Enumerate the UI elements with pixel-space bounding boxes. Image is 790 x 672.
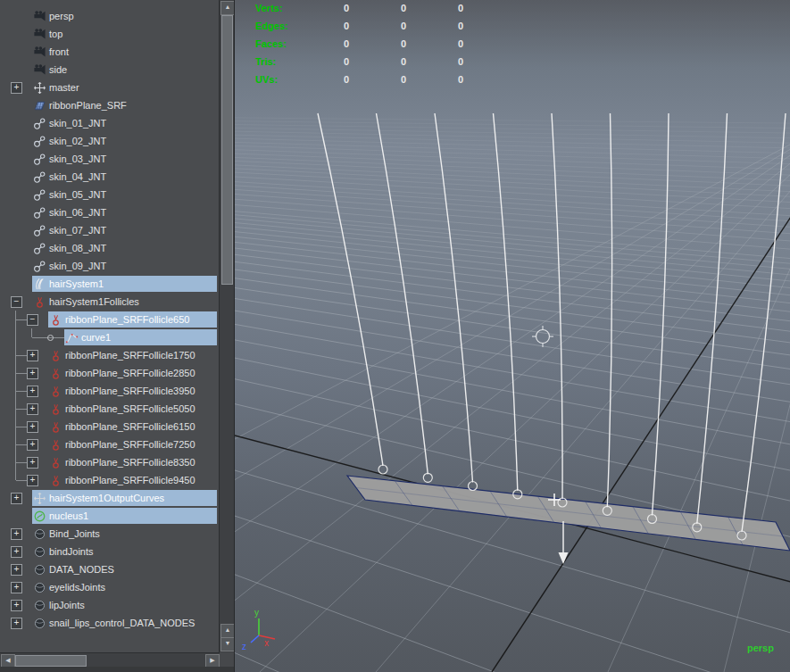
outliner-item-body[interactable]: top — [32, 26, 217, 42]
scroll-up-button[interactable]: ▲ — [220, 1, 234, 15]
outliner-item-ribbonPlane_SRFFollicle2850[interactable]: +ribbonPlane_SRFFollicle2850 — [0, 364, 220, 382]
outliner-item-body[interactable]: skin_08_JNT — [32, 240, 217, 256]
expand-toggle[interactable]: + — [27, 403, 38, 415]
outliner-item-body[interactable]: skin_07_JNT — [32, 222, 217, 238]
scroll-up-button-bottom[interactable]: ▲ — [220, 624, 234, 638]
outliner-item-top[interactable]: top — [0, 25, 220, 43]
outliner-item-skin_08_JNT[interactable]: skin_08_JNT — [0, 239, 220, 257]
outliner-item-body[interactable]: DATA_NODES — [32, 561, 217, 577]
outliner-item-body[interactable]: ribbonPlane_SRFFollicle6150 — [48, 419, 217, 435]
outliner-item-body[interactable]: ribbonPlane_SRF — [32, 97, 217, 113]
viewport-canvas[interactable]: yxz — [235, 0, 790, 672]
outliner-item-body[interactable]: hairSystem1OutputCurves — [32, 490, 217, 506]
outliner-item-body[interactable]: bindJoints — [32, 543, 217, 560]
expand-toggle[interactable]: + — [27, 439, 38, 451]
outliner-item-skin_05_JNT[interactable]: skin_05_JNT — [0, 186, 220, 203]
outliner-item-body[interactable]: hairSystem1 — [32, 276, 217, 292]
expand-toggle[interactable]: + — [27, 457, 38, 469]
outliner-item-body[interactable]: skin_01_JNT — [32, 115, 217, 131]
expand-toggle[interactable]: + — [11, 564, 22, 576]
outliner-item-ribbonPlane_SRFFollicle5050[interactable]: +ribbonPlane_SRFFollicle5050 — [0, 400, 220, 418]
outliner-item-body[interactable]: curve1 — [64, 329, 217, 345]
expand-toggle[interactable]: + — [27, 421, 38, 433]
outliner-item-label: ribbonPlane_SRFFollicle8350 — [65, 457, 195, 468]
outliner-item-ribbonPlane_SRF[interactable]: ribbonPlane_SRF — [0, 96, 220, 114]
expand-toggle[interactable]: + — [11, 528, 22, 540]
outliner-item-Bind_Joints[interactable]: +Bind_Joints — [0, 525, 220, 543]
outliner-item-skin_06_JNT[interactable]: skin_06_JNT — [0, 203, 220, 221]
outliner-item-skin_01_JNT[interactable]: skin_01_JNT — [0, 114, 220, 132]
outliner-item-body[interactable]: skin_06_JNT — [32, 204, 217, 220]
outliner-item-hairSystem1[interactable]: hairSystem1 — [0, 275, 220, 293]
outliner-tree[interactable]: persptopfrontside+masterribbonPlane_SRFs… — [0, 0, 220, 651]
outliner-item-skin_09_JNT[interactable]: skin_09_JNT — [0, 257, 220, 275]
outliner-item-ribbonPlane_SRFFollicle1750[interactable]: +ribbonPlane_SRFFollicle1750 — [0, 346, 220, 364]
expand-toggle[interactable]: + — [11, 582, 22, 593]
expand-toggle[interactable]: + — [11, 546, 22, 558]
outliner-item-skin_02_JNT[interactable]: skin_02_JNT — [0, 132, 220, 150]
outliner-item-skin_07_JNT[interactable]: skin_07_JNT — [0, 221, 220, 239]
outliner-item-ribbonPlane_SRFFollicle7250[interactable]: +ribbonPlane_SRFFollicle7250 — [0, 436, 220, 453]
outliner-item-eyelidsJoints[interactable]: +eyelidsJoints — [0, 578, 220, 596]
outliner-item-ribbonPlane_SRFFollicle650[interactable]: −ribbonPlane_SRFFollicle650 — [0, 311, 220, 328]
outliner-item-bindJoints[interactable]: +bindJoints — [0, 543, 220, 560]
outliner-item-master[interactable]: +master — [0, 79, 220, 96]
outliner-item-DATA_NODES[interactable]: +DATA_NODES — [0, 560, 220, 578]
expand-toggle[interactable]: + — [11, 618, 22, 629]
vertical-scroll-thumb[interactable] — [221, 15, 233, 285]
outliner-item-hairSystem1OutputCurves[interactable]: +hairSystem1OutputCurves — [0, 489, 220, 507]
outliner-item-body[interactable]: skin_05_JNT — [32, 187, 217, 203]
outliner-item-front[interactable]: front — [0, 43, 220, 61]
outliner-item-body[interactable]: ribbonPlane_SRFFollicle9450 — [48, 472, 217, 488]
expand-toggle[interactable]: + — [27, 386, 38, 397]
horizontal-scroll-thumb[interactable] — [15, 655, 87, 667]
expand-toggle[interactable]: − — [27, 314, 38, 326]
outliner-item-lipJoints[interactable]: +lipJoints — [0, 596, 220, 614]
outliner-item-body[interactable]: ribbonPlane_SRFFollicle1750 — [48, 347, 217, 363]
outliner-item-ribbonPlane_SRFFollicle9450[interactable]: +ribbonPlane_SRFFollicle9450 — [0, 471, 220, 489]
outliner-item-nucleus1[interactable]: nucleus1 — [0, 507, 220, 525]
outliner-item-persp[interactable]: persp — [0, 7, 220, 25]
outliner-item-body[interactable]: Bind_Joints — [32, 526, 217, 542]
outliner-item-ribbonPlane_SRFFollicle3950[interactable]: +ribbonPlane_SRFFollicle3950 — [0, 382, 220, 400]
expand-toggle[interactable]: + — [11, 82, 22, 94]
outliner-item-body[interactable]: eyelidsJoints — [32, 579, 217, 595]
expand-toggle[interactable]: + — [27, 368, 38, 379]
outliner-item-hairSystem1Follicles[interactable]: −hairSystem1Follicles — [0, 293, 220, 311]
outliner-item-body[interactable]: nucleus1 — [32, 508, 217, 524]
outliner-item-body[interactable]: ribbonPlane_SRFFollicle650 — [48, 311, 217, 328]
outliner-item-skin_04_JNT[interactable]: skin_04_JNT — [0, 168, 220, 186]
outliner-item-body[interactable]: lipJoints — [32, 597, 217, 613]
outliner-item-skin_03_JNT[interactable]: skin_03_JNT — [0, 150, 220, 168]
scroll-down-button[interactable]: ▼ — [220, 637, 234, 651]
outliner-item-body[interactable]: skin_03_JNT — [32, 151, 217, 167]
outliner-item-body[interactable]: front — [32, 44, 217, 60]
outliner-item-body[interactable]: side — [32, 62, 217, 78]
expand-toggle[interactable]: + — [11, 493, 22, 504]
outliner-vertical-scrollbar[interactable]: ▲ ▲ ▼ — [219, 0, 234, 652]
outliner-item-body[interactable]: skin_04_JNT — [32, 169, 217, 185]
outliner-item-ribbonPlane_SRFFollicle8350[interactable]: +ribbonPlane_SRFFollicle8350 — [0, 453, 220, 471]
outliner-item-body[interactable]: snail_lips_control_DATA_NODES — [32, 615, 217, 631]
expand-toggle[interactable]: + — [11, 600, 22, 611]
outliner-item-snail_lips_control_DATA_NODES[interactable]: +snail_lips_control_DATA_NODES — [0, 614, 220, 632]
outliner-item-body[interactable]: skin_02_JNT — [32, 133, 217, 149]
outliner-horizontal-scrollbar[interactable]: ◀ ▶ — [0, 652, 220, 668]
expand-toggle[interactable]: − — [11, 296, 22, 308]
hud-value: 0 — [349, 0, 406, 17]
outliner-item-body[interactable]: skin_09_JNT — [32, 258, 217, 274]
outliner-item-body[interactable]: hairSystem1Follicles — [32, 294, 217, 310]
expand-toggle[interactable]: + — [27, 475, 38, 486]
outliner-item-body[interactable]: ribbonPlane_SRFFollicle8350 — [48, 454, 217, 470]
ribbon-plane-surface[interactable] — [347, 476, 790, 551]
outliner-item-side[interactable]: side — [0, 61, 220, 79]
expand-toggle[interactable]: + — [27, 350, 38, 361]
outliner-item-body[interactable]: ribbonPlane_SRFFollicle3950 — [48, 383, 217, 399]
outliner-item-body[interactable]: ribbonPlane_SRFFollicle7250 — [48, 436, 217, 452]
perspective-viewport[interactable]: yxz Verts:000Edges:000Faces:000Tris:000U… — [234, 0, 790, 672]
outliner-item-body[interactable]: master — [32, 79, 217, 95]
outliner-item-body[interactable]: persp — [32, 8, 217, 24]
outliner-item-body[interactable]: ribbonPlane_SRFFollicle5050 — [48, 401, 217, 417]
outliner-item-body[interactable]: ribbonPlane_SRFFollicle2850 — [48, 365, 217, 381]
outliner-item-ribbonPlane_SRFFollicle6150[interactable]: +ribbonPlane_SRFFollicle6150 — [0, 418, 220, 436]
